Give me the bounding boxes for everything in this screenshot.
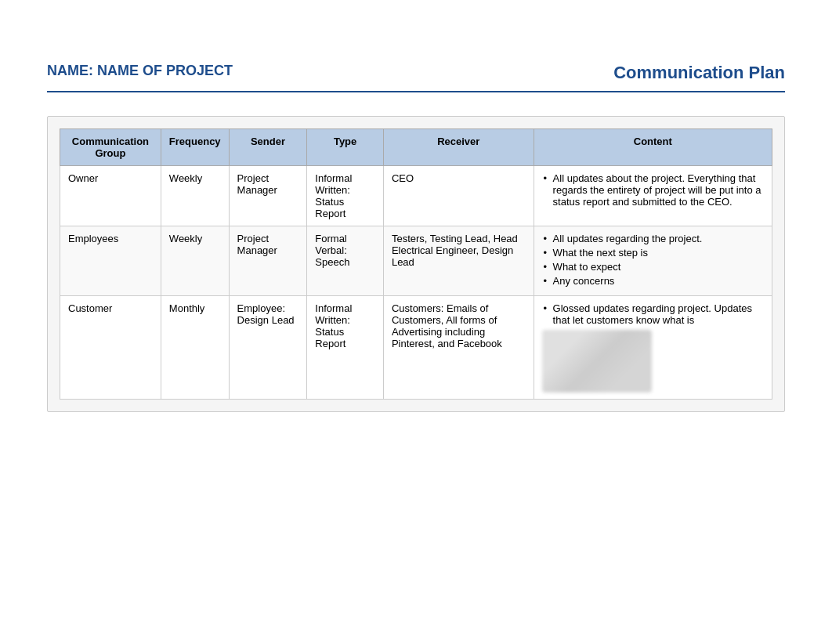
communication-plan-table: Communication Group Frequency Sender Typ… [60,128,772,400]
cell-type: Informal Written: Status Report [307,166,384,226]
content-item: Any concerns [542,275,764,287]
table-row: OwnerWeeklyProject ManagerInformal Writt… [60,166,772,226]
page-title: NAME: NAME OF PROJECT [47,63,233,79]
col-receiver: Receiver [383,129,534,166]
table-wrapper: Communication Group Frequency Sender Typ… [47,116,785,412]
table-row: EmployeesWeeklyProject ManagerFormal Ver… [60,226,772,296]
content-item: Glossed updates regarding project. Updat… [542,302,764,326]
cell-sender: Employee: Design Lead [229,296,307,400]
cell-group: Employees [60,226,161,296]
cell-type: Informal Written: Status Report [307,296,384,400]
cell-group: Customer [60,296,161,400]
cell-receiver: Customers: Emails of Customers, All form… [383,296,534,400]
col-frequency: Frequency [161,129,229,166]
page-header: NAME: NAME OF PROJECT Communication Plan [47,63,785,92]
table-header-row: Communication Group Frequency Sender Typ… [60,129,772,166]
page-container: NAME: NAME OF PROJECT Communication Plan… [0,0,832,644]
cell-sender: Project Manager [229,166,307,226]
cell-content: All updates about the project. Everythin… [534,166,772,226]
cell-receiver: Testers, Testing Lead, Head Electrical E… [383,226,534,296]
cell-frequency: Weekly [161,166,229,226]
table-row: CustomerMonthlyEmployee: Design LeadInfo… [60,296,772,400]
col-group: Communication Group [60,129,161,166]
cell-type: Formal Verbal: Speech [307,226,384,296]
col-sender: Sender [229,129,307,166]
col-type: Type [307,129,384,166]
cell-frequency: Weekly [161,226,229,296]
content-item: All updates about the project. Everythin… [542,172,764,208]
cell-content: Glossed updates regarding project. Updat… [534,296,772,400]
cell-group: Owner [60,166,161,226]
col-content: Content [534,129,772,166]
page-subtitle: Communication Plan [613,63,785,83]
cell-receiver: CEO [383,166,534,226]
cell-sender: Project Manager [229,226,307,296]
cell-content: All updates regarding the project.What t… [534,226,772,296]
blurred-image-placeholder [542,330,652,393]
content-item: All updates regarding the project. [542,233,764,244]
content-item: What to expect [542,261,764,273]
content-item: What the next step is [542,247,764,259]
cell-frequency: Monthly [161,296,229,400]
